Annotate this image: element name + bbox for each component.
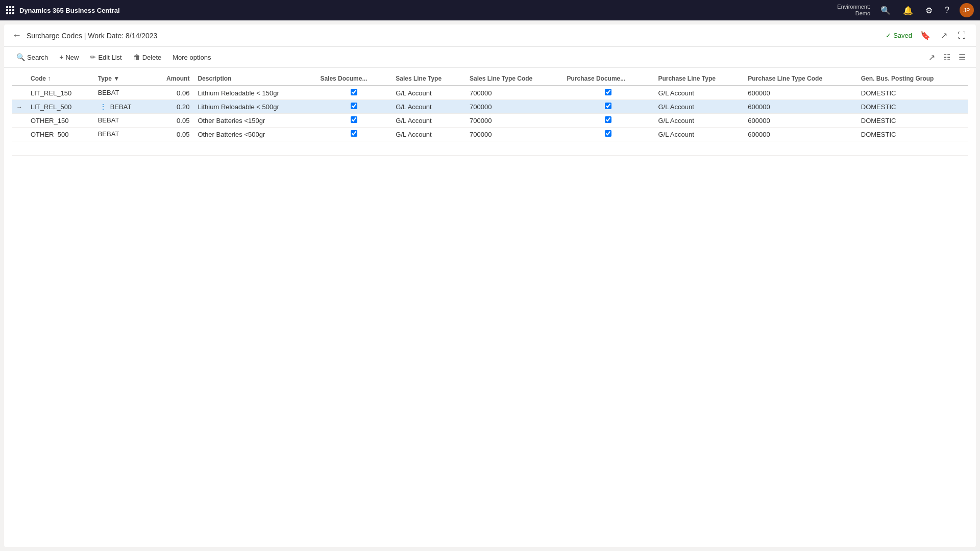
empty-cell [744,141,856,156]
col-amount-header[interactable]: Amount [151,72,193,86]
page-container: ← Surcharge Codes | Work Date: 8/14/2023… [4,24,976,547]
col-code-header[interactable]: Code ↑ [27,72,94,86]
col-description-header[interactable]: Description [193,72,316,86]
col-purchase-line-type-code-header[interactable]: Purchase Line Type Code [744,72,856,86]
notifications-button[interactable]: 🔔 [901,4,915,17]
col-type-header[interactable]: Type ▼ [94,72,151,86]
new-button[interactable]: + New [55,51,83,63]
filter-button[interactable]: ☷ [941,52,952,63]
empty-cell [193,141,316,156]
checkmark-icon: ✓ [886,32,891,39]
toolbar: 🔍 Search + New ✏ Edit List 🗑 Delete More… [4,47,976,68]
sales-doc-checkbox[interactable] [351,116,357,123]
col-sales-doc-header[interactable]: Sales Docume... [316,72,391,86]
nav-right: Environment: Demo 🔍 🔔 ⚙ ? JP [837,3,974,17]
empty-cell [151,141,193,156]
empty-cell [654,141,744,156]
help-button[interactable]: ? [943,4,951,17]
bookmark-button[interactable]: 🔖 [918,30,933,41]
row-sales-doc[interactable] [316,128,391,141]
top-navigation: Dynamics 365 Business Central Environmen… [0,0,980,20]
table-container: Code ↑ Type ▼ Amount Description Sales D… [4,68,976,160]
search-button[interactable]: 🔍 Search [12,51,52,63]
row-code: LIT_REL_150 [27,86,94,100]
table-row[interactable]: →LIT_REL_500⋮BEBAT0.20Lithium Reloadable… [12,100,968,114]
edit-icon: ✏ [90,53,96,61]
row-description: Other Batteries <500gr [193,128,316,141]
row-sales-line-type-code: 700000 [465,100,562,114]
row-arrow-cell [12,86,27,100]
fullscreen-button[interactable]: ⛶ [955,30,968,41]
col-sales-line-type-code-header[interactable]: Sales Line Type Code [465,72,562,86]
row-purchase-doc[interactable] [563,114,654,128]
search-icon: 🔍 [16,53,25,61]
share-button[interactable]: ↗ [939,30,949,41]
col-purchase-doc-header[interactable]: Purchase Docume... [563,72,654,86]
row-sales-doc[interactable] [316,100,391,114]
sales-doc-checkbox[interactable] [351,103,357,109]
sales-doc-checkbox[interactable] [351,130,357,137]
row-amount: 0.06 [151,86,193,100]
share-list-button[interactable]: ↗ [926,52,937,63]
row-purchase-line-type: G/L Account [654,86,744,100]
row-arrow-icon: → [16,104,22,111]
app-title: Dynamics 365 Business Central [19,7,120,14]
purchase-doc-checkbox[interactable] [605,130,611,137]
col-gen-bus-posting-group-header[interactable]: Gen. Bus. Posting Group [857,72,968,86]
row-gen-bus-posting-group: DOMESTIC [857,114,968,128]
empty-cell [857,141,968,156]
row-gen-bus-posting-group: DOMESTIC [857,128,968,141]
row-purchase-doc[interactable] [563,100,654,114]
delete-button[interactable]: 🗑 Delete [129,51,166,63]
table-row[interactable]: OTHER_500BEBAT0.05Other Batteries <500gr… [12,128,968,141]
row-type: BEBAT [94,128,151,140]
empty-cell [316,141,391,156]
nav-left: Dynamics 365 Business Central [6,6,120,14]
empty-cell [563,141,654,156]
row-description: Other Batteries <150gr [193,114,316,128]
col-sales-line-type-header[interactable]: Sales Line Type [391,72,465,86]
back-button[interactable]: ← [12,30,21,41]
row-sales-line-type: G/L Account [391,86,465,100]
empty-cell [12,141,27,156]
row-sales-doc[interactable] [316,86,391,100]
app-grid-icon[interactable] [6,6,14,14]
view-button[interactable]: ☰ [957,52,968,63]
col-arrow-spacer [12,72,27,86]
row-sales-line-type: G/L Account [391,100,465,114]
row-code: OTHER_500 [27,128,94,141]
row-sales-line-type-code: 700000 [465,86,562,100]
table-row[interactable]: OTHER_150BEBAT0.05Other Batteries <150gr… [12,114,968,128]
row-gen-bus-posting-group: DOMESTIC [857,100,968,114]
search-nav-button[interactable]: 🔍 [878,4,893,17]
more-options-button[interactable]: More options [168,52,215,63]
row-amount: 0.05 [151,128,193,141]
row-context-menu-icon[interactable]: ⋮ [98,103,108,111]
row-sales-line-type: G/L Account [391,128,465,141]
purchase-doc-checkbox[interactable] [605,116,611,123]
row-gen-bus-posting-group: DOMESTIC [857,86,968,100]
empty-cell [391,141,465,156]
page-header: ← Surcharge Codes | Work Date: 8/14/2023… [4,24,976,47]
table-row[interactable]: LIT_REL_150BEBAT0.06Lithium Reloadable <… [12,86,968,100]
row-purchase-doc[interactable] [563,86,654,100]
purchase-doc-checkbox[interactable] [605,89,611,95]
row-purchase-line-type: G/L Account [654,114,744,128]
row-sales-doc[interactable] [316,114,391,128]
row-type: BEBAT [94,86,151,99]
row-arrow-cell [12,114,27,128]
user-avatar[interactable]: JP [960,3,974,17]
row-arrow-cell [12,128,27,141]
empty-cell [27,141,94,156]
row-type: BEBAT [94,114,151,127]
sales-doc-checkbox[interactable] [351,89,357,95]
purchase-doc-checkbox[interactable] [605,103,611,109]
row-code: OTHER_150 [27,114,94,128]
edit-list-button[interactable]: ✏ Edit List [86,51,126,63]
row-code: LIT_REL_500 [27,100,94,114]
row-purchase-doc[interactable] [563,128,654,141]
row-purchase-line-type-code: 600000 [744,128,856,141]
settings-button[interactable]: ⚙ [923,4,935,17]
col-purchase-line-type-header[interactable]: Purchase Line Type [654,72,744,86]
row-sales-line-type-code: 700000 [465,128,562,141]
